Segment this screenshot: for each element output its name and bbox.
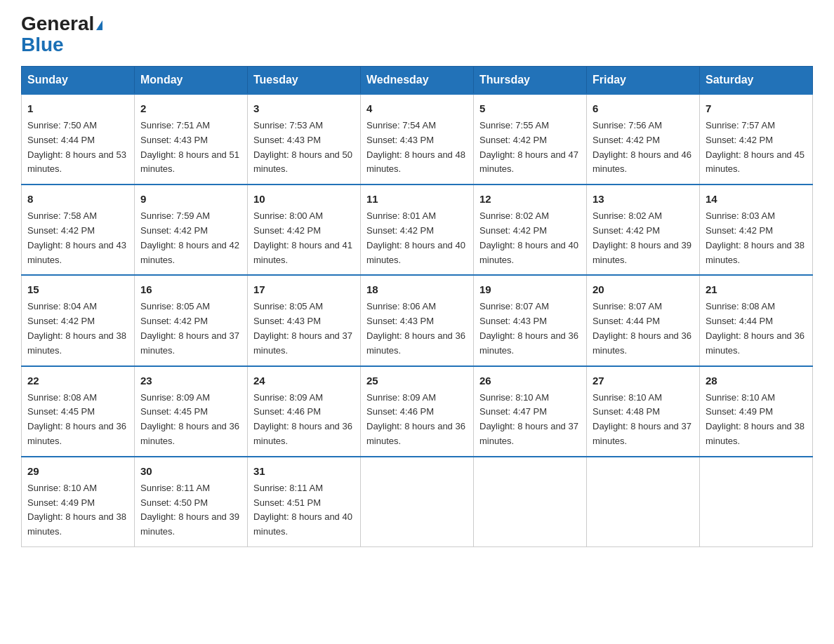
sunset-info: Sunset: 4:43 PM [366, 316, 434, 326]
day-number: 29 [27, 463, 128, 480]
daylight-info: Daylight: 8 hours and 37 minutes. [140, 330, 239, 356]
sunrise-info: Sunrise: 7:57 AM [706, 120, 775, 130]
col-header-thursday: Thursday [474, 67, 587, 95]
col-header-tuesday: Tuesday [248, 67, 361, 95]
sunrise-info: Sunrise: 8:08 AM [27, 392, 97, 403]
sunrise-info: Sunrise: 7:51 AM [140, 120, 210, 130]
calendar-cell [700, 457, 813, 547]
calendar-cell: 7Sunrise: 7:57 AMSunset: 4:42 PMDaylight… [700, 94, 813, 185]
day-number: 31 [253, 463, 355, 480]
daylight-info: Daylight: 8 hours and 37 minutes. [479, 421, 578, 446]
week-row-3: 15Sunrise: 8:04 AMSunset: 4:42 PMDayligh… [22, 275, 813, 365]
calendar-cell: 22Sunrise: 8:08 AMSunset: 4:45 PMDayligh… [22, 366, 135, 457]
logo-blue-line: Blue [21, 35, 64, 55]
calendar-cell: 30Sunrise: 8:11 AMSunset: 4:50 PMDayligh… [135, 457, 248, 547]
day-number: 18 [366, 281, 468, 298]
sunrise-info: Sunrise: 8:09 AM [140, 392, 210, 403]
daylight-info: Daylight: 8 hours and 39 minutes. [593, 240, 691, 265]
day-number: 30 [140, 463, 241, 480]
day-number: 22 [27, 373, 128, 389]
sunrise-info: Sunrise: 8:11 AM [253, 483, 323, 493]
sunset-info: Sunset: 4:42 PM [27, 225, 95, 236]
day-number: 26 [479, 373, 581, 389]
daylight-info: Daylight: 8 hours and 38 minutes. [706, 421, 805, 446]
daylight-info: Daylight: 8 hours and 46 minutes. [593, 149, 691, 175]
calendar-cell: 31Sunrise: 8:11 AMSunset: 4:51 PMDayligh… [248, 457, 361, 547]
sunrise-info: Sunrise: 7:53 AM [253, 120, 323, 130]
sunrise-info: Sunrise: 8:10 AM [479, 392, 549, 403]
day-number: 19 [479, 281, 581, 298]
calendar-cell: 9Sunrise: 7:59 AMSunset: 4:42 PMDaylight… [135, 185, 248, 275]
sunset-info: Sunset: 4:42 PM [706, 225, 773, 236]
day-number: 10 [253, 191, 355, 208]
sunrise-info: Sunrise: 8:11 AM [140, 483, 210, 493]
sunrise-info: Sunrise: 8:10 AM [27, 483, 97, 493]
daylight-info: Daylight: 8 hours and 36 minutes. [253, 421, 352, 446]
calendar-table: SundayMondayTuesdayWednesdayThursdayFrid… [21, 66, 813, 547]
sunset-info: Sunset: 4:42 PM [706, 135, 773, 145]
calendar-cell: 25Sunrise: 8:09 AMSunset: 4:46 PMDayligh… [361, 366, 474, 457]
sunset-info: Sunset: 4:43 PM [479, 316, 547, 326]
sunrise-info: Sunrise: 8:09 AM [366, 392, 436, 403]
day-number: 12 [479, 191, 581, 208]
sunrise-info: Sunrise: 7:56 AM [593, 120, 662, 130]
sunrise-info: Sunrise: 8:07 AM [479, 301, 549, 311]
sunset-info: Sunset: 4:43 PM [366, 135, 434, 145]
sunset-info: Sunset: 4:45 PM [27, 406, 95, 417]
calendar-cell: 26Sunrise: 8:10 AMSunset: 4:47 PMDayligh… [474, 366, 587, 457]
sunset-info: Sunset: 4:43 PM [253, 135, 321, 145]
sunrise-info: Sunrise: 7:50 AM [27, 120, 97, 130]
sunset-info: Sunset: 4:48 PM [593, 406, 660, 417]
calendar-cell: 3Sunrise: 7:53 AMSunset: 4:43 PMDaylight… [248, 94, 361, 185]
calendar-cell: 16Sunrise: 8:05 AMSunset: 4:42 PMDayligh… [135, 275, 248, 365]
sunrise-info: Sunrise: 8:06 AM [366, 301, 436, 311]
day-number: 3 [253, 100, 355, 117]
sunset-info: Sunset: 4:42 PM [253, 225, 321, 236]
col-header-wednesday: Wednesday [361, 67, 474, 95]
calendar-cell: 23Sunrise: 8:09 AMSunset: 4:45 PMDayligh… [135, 366, 248, 457]
calendar-cell: 5Sunrise: 7:55 AMSunset: 4:42 PMDaylight… [474, 94, 587, 185]
daylight-info: Daylight: 8 hours and 37 minutes. [593, 421, 691, 446]
daylight-info: Daylight: 8 hours and 37 minutes. [253, 330, 352, 356]
day-number: 7 [706, 100, 807, 117]
calendar-cell: 4Sunrise: 7:54 AMSunset: 4:43 PMDaylight… [361, 94, 474, 185]
calendar-cell: 21Sunrise: 8:08 AMSunset: 4:44 PMDayligh… [700, 275, 813, 365]
col-header-monday: Monday [135, 67, 248, 95]
sunset-info: Sunset: 4:42 PM [27, 316, 95, 326]
sunrise-info: Sunrise: 8:07 AM [593, 301, 662, 311]
calendar-cell: 28Sunrise: 8:10 AMSunset: 4:49 PMDayligh… [700, 366, 813, 457]
calendar-cell: 14Sunrise: 8:03 AMSunset: 4:42 PMDayligh… [700, 185, 813, 275]
calendar-header-row: SundayMondayTuesdayWednesdayThursdayFrid… [22, 67, 813, 95]
daylight-info: Daylight: 8 hours and 36 minutes. [366, 421, 465, 446]
daylight-info: Daylight: 8 hours and 40 minutes. [479, 240, 578, 265]
sunset-info: Sunset: 4:44 PM [27, 135, 95, 145]
sunset-info: Sunset: 4:47 PM [479, 406, 547, 417]
calendar-cell: 11Sunrise: 8:01 AMSunset: 4:42 PMDayligh… [361, 185, 474, 275]
day-number: 25 [366, 373, 468, 389]
sunrise-info: Sunrise: 8:04 AM [27, 301, 97, 311]
sunrise-info: Sunrise: 7:54 AM [366, 120, 436, 130]
sunset-info: Sunset: 4:49 PM [27, 497, 95, 508]
day-number: 24 [253, 373, 355, 389]
calendar-cell: 2Sunrise: 7:51 AMSunset: 4:43 PMDaylight… [135, 94, 248, 185]
sunrise-info: Sunrise: 7:58 AM [27, 210, 97, 221]
calendar-cell: 12Sunrise: 8:02 AMSunset: 4:42 PMDayligh… [474, 185, 587, 275]
sunrise-info: Sunrise: 8:01 AM [366, 210, 436, 221]
col-header-sunday: Sunday [22, 67, 135, 95]
week-row-1: 1Sunrise: 7:50 AMSunset: 4:44 PMDaylight… [22, 94, 813, 185]
day-number: 28 [706, 373, 807, 389]
daylight-info: Daylight: 8 hours and 50 minutes. [253, 149, 352, 175]
sunset-info: Sunset: 4:45 PM [140, 406, 208, 417]
sunrise-info: Sunrise: 8:05 AM [140, 301, 210, 311]
daylight-info: Daylight: 8 hours and 36 minutes. [479, 330, 578, 356]
daylight-info: Daylight: 8 hours and 39 minutes. [140, 511, 239, 537]
sunset-info: Sunset: 4:43 PM [253, 316, 321, 326]
calendar-cell [474, 457, 587, 547]
calendar-cell: 8Sunrise: 7:58 AMSunset: 4:42 PMDaylight… [22, 185, 135, 275]
calendar-cell: 27Sunrise: 8:10 AMSunset: 4:48 PMDayligh… [587, 366, 700, 457]
day-number: 2 [140, 100, 241, 117]
daylight-info: Daylight: 8 hours and 36 minutes. [27, 421, 126, 446]
daylight-info: Daylight: 8 hours and 43 minutes. [27, 240, 126, 265]
day-number: 15 [27, 281, 128, 298]
day-number: 27 [593, 373, 694, 389]
